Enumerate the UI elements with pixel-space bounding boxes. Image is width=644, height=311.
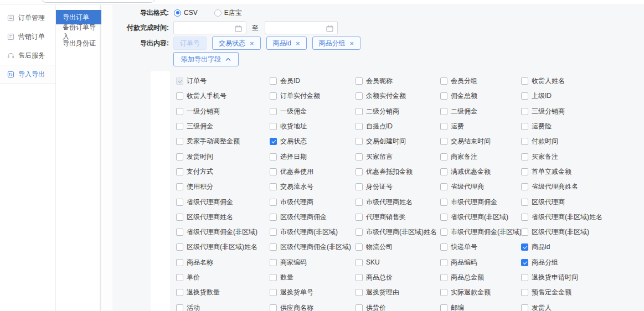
field-checkbox-item[interactable]: 收货地址 bbox=[270, 122, 356, 131]
field-checkbox-item[interactable]: 区级代理商(非区域) bbox=[521, 227, 644, 237]
field-checkbox-item[interactable]: 商品分组 bbox=[521, 258, 644, 267]
checkbox-icon[interactable] bbox=[176, 168, 183, 175]
field-checkbox-item[interactable]: 运费险 bbox=[521, 122, 644, 131]
field-checkbox-item[interactable]: 区级代理商(非区域)姓名 bbox=[176, 242, 270, 252]
field-checkbox-item[interactable]: 市级代理商 bbox=[270, 198, 356, 207]
field-checkbox-item[interactable]: 单价 bbox=[176, 273, 270, 282]
field-checkbox-item[interactable]: 邮编 bbox=[440, 303, 521, 311]
date-to-field[interactable] bbox=[265, 22, 337, 34]
checkbox-icon[interactable] bbox=[521, 153, 528, 160]
checkbox-icon[interactable] bbox=[356, 138, 363, 145]
checkbox-icon[interactable] bbox=[176, 214, 183, 221]
checkbox-icon[interactable] bbox=[440, 153, 447, 160]
field-checkbox-item[interactable]: 市级代理商佣金 bbox=[440, 198, 521, 207]
field-checkbox-item[interactable]: 收货人手机号 bbox=[176, 91, 270, 101]
field-checkbox-item[interactable]: 市级代理商(非区域) bbox=[270, 227, 356, 237]
checkbox-icon[interactable] bbox=[356, 274, 363, 281]
checkbox-icon[interactable] bbox=[521, 108, 528, 115]
selected-tag[interactable]: 商品分组× bbox=[312, 37, 361, 50]
field-checkbox-item[interactable]: 三级佣金 bbox=[176, 122, 270, 131]
field-checkbox-item[interactable]: 快递单号 bbox=[440, 242, 521, 252]
field-checkbox-item[interactable]: 实际退款金额 bbox=[440, 288, 521, 297]
checkbox-icon[interactable] bbox=[176, 123, 183, 130]
field-checkbox-item[interactable]: 区级代理商姓名 bbox=[176, 212, 270, 222]
checkbox-icon[interactable] bbox=[440, 92, 447, 100]
field-checkbox-item[interactable]: 自提点ID bbox=[356, 122, 440, 131]
field-checkbox-item[interactable]: 满减优惠金额 bbox=[440, 167, 521, 177]
field-checkbox-item[interactable]: 使用积分 bbox=[176, 182, 270, 191]
field-checkbox-item[interactable]: 商品总价 bbox=[356, 273, 440, 282]
field-checkbox-item[interactable]: 省级代理商(非区域) bbox=[440, 212, 521, 222]
checkbox-icon[interactable] bbox=[270, 153, 277, 160]
field-checkbox-item[interactable]: 市级代理商佣金(非区域) bbox=[440, 227, 521, 237]
field-checkbox-item[interactable]: 选择日期 bbox=[270, 152, 356, 162]
field-checkbox-item[interactable]: 退换货单号 bbox=[270, 288, 356, 297]
field-checkbox-item[interactable]: 供货价 bbox=[356, 303, 440, 311]
field-checkbox-item[interactable]: 交易流水号 bbox=[270, 182, 356, 191]
field-checkbox-item[interactable]: 商品id bbox=[521, 242, 644, 252]
checkbox-icon[interactable] bbox=[356, 123, 363, 130]
checkbox-icon[interactable] bbox=[270, 92, 277, 100]
field-checkbox-item[interactable]: 二级分销商 bbox=[356, 107, 440, 116]
field-checkbox-item[interactable]: 省级代理商 bbox=[440, 182, 521, 191]
checkbox-icon[interactable] bbox=[521, 274, 528, 281]
checkbox-icon[interactable] bbox=[440, 289, 447, 296]
checkbox-icon[interactable] bbox=[356, 108, 363, 115]
field-checkbox-item[interactable]: 一级佣金 bbox=[270, 107, 356, 116]
date-to-input[interactable] bbox=[265, 21, 338, 34]
checkbox-icon[interactable] bbox=[176, 92, 183, 100]
checkbox-icon[interactable] bbox=[176, 304, 183, 311]
field-checkbox-item[interactable]: 市级代理商(非区域)姓名 bbox=[356, 227, 440, 237]
checkbox-icon[interactable] bbox=[270, 304, 277, 311]
remove-tag-icon[interactable]: × bbox=[296, 40, 300, 47]
field-checkbox-item[interactable]: 佣金总额 bbox=[440, 91, 521, 101]
field-checkbox-item[interactable]: 交易状态 bbox=[270, 137, 356, 146]
field-checkbox-item[interactable]: 优惠券抵扣金额 bbox=[356, 167, 440, 177]
field-checkbox-item[interactable]: 退换货申请时间 bbox=[521, 273, 644, 282]
checkbox-icon[interactable] bbox=[440, 77, 447, 85]
field-checkbox-item[interactable]: 身份证号 bbox=[356, 182, 440, 191]
checkbox-icon[interactable] bbox=[176, 138, 183, 145]
checkbox-icon[interactable] bbox=[176, 153, 183, 160]
sidebar-item-marketing-doc[interactable]: 营销订单 bbox=[0, 27, 55, 46]
checkbox-icon[interactable] bbox=[440, 183, 447, 190]
field-checkbox-item[interactable]: 商品总金额 bbox=[440, 273, 521, 282]
checkbox-icon[interactable] bbox=[521, 77, 528, 85]
checkbox-icon[interactable] bbox=[356, 199, 363, 206]
field-checkbox-item[interactable]: 上级ID bbox=[521, 91, 644, 101]
field-checkbox-item[interactable]: 代理商销售奖 bbox=[356, 212, 440, 222]
field-checkbox-item[interactable]: 会员昵称 bbox=[356, 76, 440, 86]
field-checkbox-item[interactable]: 数量 bbox=[270, 273, 356, 282]
checkbox-icon[interactable] bbox=[440, 168, 447, 175]
field-checkbox-item[interactable]: 会员ID bbox=[270, 76, 356, 86]
field-checkbox-item[interactable]: 买家备注 bbox=[521, 152, 644, 162]
checkbox-icon[interactable] bbox=[176, 274, 183, 281]
checkbox-icon[interactable] bbox=[521, 123, 528, 130]
checkbox-icon[interactable] bbox=[440, 138, 447, 145]
field-checkbox-item[interactable]: 物流公司 bbox=[356, 242, 440, 252]
field-checkbox-item[interactable]: 订单实付金额 bbox=[270, 91, 356, 101]
checkbox-icon[interactable] bbox=[176, 289, 183, 296]
checkbox-icon[interactable] bbox=[356, 243, 363, 251]
checkbox-icon[interactable] bbox=[440, 259, 447, 266]
checkbox-icon[interactable] bbox=[270, 77, 277, 85]
checkbox-icon[interactable] bbox=[356, 183, 363, 190]
field-checkbox-item[interactable]: 区级代理商佣金 bbox=[270, 212, 356, 222]
field-checkbox-item[interactable]: 商品编码 bbox=[440, 258, 521, 267]
checkbox-icon[interactable] bbox=[270, 229, 277, 236]
field-checkbox-item[interactable]: 区级代理商 bbox=[521, 198, 644, 207]
checkbox-icon[interactable] bbox=[521, 168, 528, 175]
field-checkbox-item[interactable]: 优惠券使用 bbox=[270, 167, 356, 177]
checkbox-icon[interactable] bbox=[176, 229, 183, 236]
field-checkbox-item[interactable]: 省级代理商佣金(非区域) bbox=[176, 227, 270, 237]
field-checkbox-item[interactable]: SKU bbox=[356, 258, 440, 266]
date-from-field[interactable] bbox=[174, 22, 246, 34]
sidebar-item-order-doc[interactable]: 订单管理 bbox=[0, 8, 55, 27]
checkbox-icon[interactable] bbox=[270, 274, 277, 281]
checkbox-icon[interactable] bbox=[176, 199, 183, 206]
checkbox-icon[interactable] bbox=[356, 92, 363, 100]
submenu-item[interactable]: 导出身份证 bbox=[56, 37, 101, 49]
field-checkbox-item[interactable]: 商家编码 bbox=[270, 258, 356, 267]
checkbox-icon[interactable] bbox=[440, 304, 447, 311]
field-checkbox-item[interactable]: 发货时间 bbox=[176, 152, 270, 162]
